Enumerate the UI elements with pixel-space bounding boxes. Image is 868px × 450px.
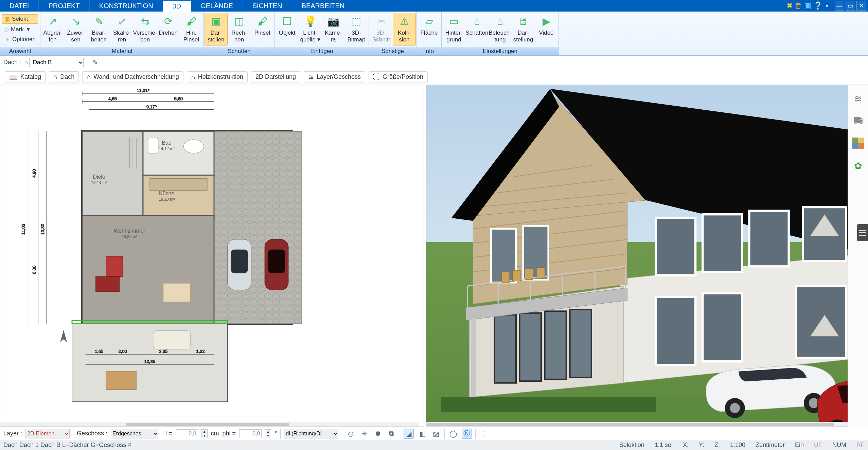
tool-icon[interactable]: ▣ [804,1,811,10]
svg-rect-66 [520,313,541,381]
nav-mode-2-icon[interactable]: Ⓝ [462,429,472,439]
ribbon-darstellen-button[interactable]: ▣Dar-stellen [205,13,228,46]
menu-sichten[interactable]: SICHTEN [243,0,292,12]
geschoss-select[interactable]: Erdgeschos [111,429,158,438]
ribbon-video-button[interactable]: ▶Video [535,13,558,46]
shade-mode-1-icon[interactable]: ◢ [404,429,414,439]
view-3d-pane[interactable] [426,85,868,427]
menu-projekt[interactable]: PROJEKT [39,0,89,12]
l-input[interactable] [176,429,198,438]
help-icon[interactable]: ❔ [813,1,822,10]
ribbon-icon: ⤢ [115,15,129,28]
svg-text:5,60: 5,60 [174,96,183,101]
ribbon-rechnen-button[interactable]: ◫Rech-nen [228,13,251,46]
svg-rect-37 [96,276,120,292]
ribbon-bearbeiten-button[interactable]: ✎Bear-beiten [87,13,110,46]
phi-input[interactable] [239,429,262,438]
ribbon-pinsel-button[interactable]: 🖌Pinsel [251,13,274,46]
hscrollbar-right[interactable] [426,422,863,427]
tool-layergeschoss-button[interactable]: ≋Layer/Geschoss [304,71,365,83]
more-icon[interactable]: ⋮ [479,429,489,439]
materials-icon[interactable] [851,137,865,150]
phi-label: phi = [223,430,236,437]
ribbon-skalieren-button[interactable]: ⤢Skalie-ren [110,13,134,46]
side-palette: ≋ ⛟ ✿ [848,85,868,427]
ribbon-darstellung-button[interactable]: 🖥Dar-stellung [512,13,535,46]
status-ein: Ein [795,442,804,449]
ribbon-drehen-button[interactable]: ⟳Drehen [157,13,180,46]
close-button[interactable]: ✕ [856,1,866,11]
sun-icon[interactable]: ☀ [359,429,369,439]
scroll-thumb[interactable] [426,423,834,426]
ribbon-kollision-button[interactable]: ⚠Kolli-sion [393,13,416,46]
ribbon-zuweisen-button[interactable]: ↘Zuwei-sen [64,13,87,46]
tool-dach-button[interactable]: ⌂Dach [49,71,79,83]
tool-greposition-button[interactable]: ⛶Größe/Position [369,71,428,83]
ribbon-hinpinsel-button[interactable]: 🖌Hin.Pinsel [180,13,203,46]
furniture-icon[interactable]: ⛟ [851,114,865,128]
menu-konstruktion[interactable]: KONSTRUKTION [90,0,163,12]
plan-2d-pane[interactable]: 11,01⁵ 4,65 5,60 9.17⁵ 11,03 4,90 6,00 1… [0,85,424,427]
tool-wandunddachverschneidung-button[interactable]: ⌂Wand- und Dachverschneidung [82,71,183,83]
copy-icon[interactable]: ⧉ [386,429,396,439]
tool-icon[interactable]: ✖ [786,1,793,10]
plants-icon[interactable]: ✿ [851,159,865,173]
floor-plan[interactable]: 11,01⁵ 4,65 5,60 9.17⁵ 11,03 4,90 6,00 1… [4,87,417,420]
layers-icon[interactable]: ≋ [851,92,865,105]
ribbon-objekt-button[interactable]: ❒Objekt [276,13,299,46]
ribbon-group-auswahl: ▣Selekt ◇Mark. ▾ ＋Optionen Auswahl [0,12,40,55]
ribbon-abgreifen-button[interactable]: ↗Abgrei-fen [41,13,64,46]
ribbon-kamera-button[interactable]: 📷Kame-ra [322,13,345,46]
dach-icon: ⌂ [24,59,28,66]
ribbon-hintergrund-button[interactable]: ▭Hinter-grund [442,13,465,46]
mark-button[interactable]: ◇Mark. ▾ [2,24,38,34]
tool-icon[interactable]: 🗑 [795,1,802,10]
selekt-button[interactable]: ▣Selekt [2,14,38,24]
maximize-button[interactable]: ▭ [846,1,855,11]
side-drawer-handle[interactable] [857,224,868,241]
ribbon: ▣Selekt ◇Mark. ▾ ＋Optionen Auswahl ↗Abgr… [0,12,868,56]
3d-viewport[interactable] [426,85,868,427]
menu-gelaende[interactable]: GELÄNDE [191,0,243,12]
ribbon-dbitmap-button[interactable]: ⬚3D-Bitmap [345,13,368,46]
shade-mode-2-icon[interactable]: ◧ [417,429,427,439]
minimize-button[interactable]: — [835,1,844,11]
svg-rect-25 [82,131,143,216]
ribbon-beleuchtung-button[interactable]: ⌂Beleuch-tung [489,13,512,46]
layer-select[interactable]: 2D-Elemen [25,429,70,438]
edit-pencil-icon[interactable]: ✎ [91,58,100,67]
tool-ddarstellung-button[interactable]: 2D Darstellung [251,71,300,83]
tool-katalog-button[interactable]: 📖Katalog [5,71,46,83]
nav-mode-1-icon[interactable]: ◯ [448,429,458,439]
ribbon-icon: 🖌 [184,15,198,28]
camera-record-icon[interactable]: ⏺ [373,429,383,439]
ribbon-icon: 🖌 [255,15,269,28]
phi-spinner[interactable]: ▲▼ [265,429,271,438]
ribbon-verschieben-button[interactable]: ⇆Verschie-ben [134,13,157,46]
menu-file[interactable]: DATEI [0,0,39,12]
menu-3d[interactable]: 3D [163,0,191,12]
dach-select[interactable]: Dach B [29,58,84,67]
clock-icon[interactable]: ◷ [346,429,356,439]
l-spinner[interactable]: ▲▼ [201,429,208,438]
ribbon-group-einfuegen: ❒Objekt💡Licht-quelle ▾📷Kame-ra⬚3D-Bitmap… [275,12,369,55]
ribbon-icon: ✎ [92,15,106,28]
svg-text:9.17⁵: 9.17⁵ [146,104,157,109]
svg-rect-38 [106,256,123,277]
status-path: Dach Dach 1 Dach B L=Dächer G=Geschoss 4 [3,442,131,449]
ribbon-dschnitt-button[interactable]: ✂3D-Schnitt [370,13,393,46]
svg-rect-85 [471,318,476,401]
optionen-button[interactable]: ＋Optionen [2,35,38,44]
ribbon-schatten-button[interactable]: ⌂Schatten [465,13,489,46]
tool-holzkonstruktion-button[interactable]: ⌂Holzkonstruktion [187,71,248,83]
hscrollbar-left[interactable] [0,422,419,427]
dl-select[interactable]: dl (Richtung/Di [284,429,338,438]
ribbon-lichtquelle-button[interactable]: 💡Licht-quelle ▾ [299,13,322,46]
menu-bearbeiten[interactable]: BEARBEITEN [292,0,355,12]
status-x: X: [683,442,689,449]
shade-mode-3-icon[interactable]: ▨ [431,429,441,439]
dropdown-icon[interactable]: ▼ [825,3,829,8]
scroll-thumb[interactable] [126,423,289,426]
svg-text:2,00: 2,00 [119,349,127,354]
ribbon-flche-button[interactable]: ▱Fläche [418,13,441,46]
